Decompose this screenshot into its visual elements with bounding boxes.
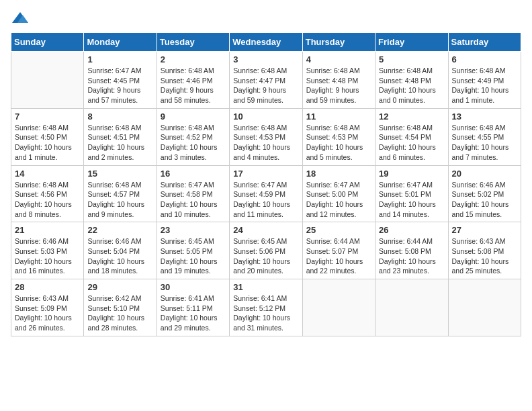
calendar-cell: 26Sunrise: 6:44 AMSunset: 5:08 PMDayligh… bbox=[375, 222, 448, 279]
calendar-cell: 12Sunrise: 6:48 AMSunset: 4:54 PMDayligh… bbox=[375, 108, 448, 165]
day-info: Sunrise: 6:46 AMSunset: 5:04 PMDaylight:… bbox=[87, 236, 152, 276]
day-info: Sunrise: 6:48 AMSunset: 4:53 PMDaylight:… bbox=[306, 123, 371, 163]
calendar-week-row: 1Sunrise: 6:47 AMSunset: 4:45 PMDaylight… bbox=[11, 52, 521, 109]
calendar-cell: 15Sunrise: 6:48 AMSunset: 4:57 PMDayligh… bbox=[84, 165, 157, 222]
calendar-cell bbox=[448, 279, 521, 336]
day-info: Sunrise: 6:45 AMSunset: 5:06 PMDaylight:… bbox=[233, 236, 298, 276]
calendar-cell: 24Sunrise: 6:45 AMSunset: 5:06 PMDayligh… bbox=[230, 222, 302, 279]
day-info: Sunrise: 6:43 AMSunset: 5:08 PMDaylight:… bbox=[452, 236, 517, 276]
calendar-cell: 8Sunrise: 6:48 AMSunset: 4:51 PMDaylight… bbox=[84, 108, 157, 165]
day-number: 11 bbox=[306, 111, 371, 122]
calendar-cell: 13Sunrise: 6:48 AMSunset: 4:55 PMDayligh… bbox=[448, 108, 521, 165]
calendar-cell: 16Sunrise: 6:47 AMSunset: 4:58 PMDayligh… bbox=[157, 165, 229, 222]
day-number: 9 bbox=[161, 111, 226, 122]
calendar-cell: 11Sunrise: 6:48 AMSunset: 4:53 PMDayligh… bbox=[302, 108, 375, 165]
page-header bbox=[11, 11, 521, 26]
day-info: Sunrise: 6:47 AMSunset: 5:00 PMDaylight:… bbox=[306, 180, 371, 220]
day-number: 19 bbox=[379, 169, 444, 179]
weekday-header-friday: Friday bbox=[375, 33, 448, 52]
day-info: Sunrise: 6:47 AMSunset: 4:59 PMDaylight:… bbox=[233, 180, 298, 220]
logo-icon bbox=[11, 11, 30, 26]
day-info: Sunrise: 6:46 AMSunset: 5:02 PMDaylight:… bbox=[452, 180, 517, 220]
calendar-cell: 21Sunrise: 6:46 AMSunset: 5:03 PMDayligh… bbox=[11, 222, 84, 279]
calendar-cell: 9Sunrise: 6:48 AMSunset: 4:52 PMDaylight… bbox=[157, 108, 229, 165]
calendar-cell: 17Sunrise: 6:47 AMSunset: 4:59 PMDayligh… bbox=[230, 165, 302, 222]
calendar-cell: 22Sunrise: 6:46 AMSunset: 5:04 PMDayligh… bbox=[84, 222, 157, 279]
day-number: 22 bbox=[87, 225, 152, 235]
calendar-week-row: 21Sunrise: 6:46 AMSunset: 5:03 PMDayligh… bbox=[11, 222, 521, 279]
calendar-cell: 31Sunrise: 6:41 AMSunset: 5:12 PMDayligh… bbox=[230, 279, 302, 336]
day-info: Sunrise: 6:47 AMSunset: 4:45 PMDaylight:… bbox=[87, 66, 152, 105]
day-info: Sunrise: 6:48 AMSunset: 4:50 PMDaylight:… bbox=[15, 123, 80, 163]
day-number: 13 bbox=[452, 111, 517, 122]
weekday-header-monday: Monday bbox=[84, 33, 157, 52]
day-number: 15 bbox=[87, 169, 152, 179]
calendar-week-row: 7Sunrise: 6:48 AMSunset: 4:50 PMDaylight… bbox=[11, 108, 521, 165]
day-number: 10 bbox=[233, 111, 298, 122]
day-number: 27 bbox=[452, 225, 517, 235]
calendar-cell bbox=[375, 279, 448, 336]
calendar-cell: 5Sunrise: 6:48 AMSunset: 4:48 PMDaylight… bbox=[375, 52, 448, 109]
day-info: Sunrise: 6:45 AMSunset: 5:05 PMDaylight:… bbox=[161, 236, 226, 276]
calendar-cell: 30Sunrise: 6:41 AMSunset: 5:11 PMDayligh… bbox=[157, 279, 229, 336]
calendar-cell: 2Sunrise: 6:48 AMSunset: 4:46 PMDaylight… bbox=[157, 52, 229, 109]
day-number: 31 bbox=[233, 282, 298, 292]
day-number: 4 bbox=[306, 54, 371, 64]
day-number: 3 bbox=[233, 54, 298, 64]
logo bbox=[11, 11, 32, 26]
day-number: 18 bbox=[306, 169, 371, 179]
day-info: Sunrise: 6:41 AMSunset: 5:12 PMDaylight:… bbox=[233, 293, 298, 333]
calendar-cell: 23Sunrise: 6:45 AMSunset: 5:05 PMDayligh… bbox=[157, 222, 229, 279]
day-info: Sunrise: 6:48 AMSunset: 4:51 PMDaylight:… bbox=[87, 123, 152, 163]
day-number: 8 bbox=[87, 111, 152, 122]
calendar-cell: 4Sunrise: 6:48 AMSunset: 4:48 PMDaylight… bbox=[302, 52, 375, 109]
calendar-cell bbox=[302, 279, 375, 336]
day-number: 24 bbox=[233, 225, 298, 235]
calendar-cell: 20Sunrise: 6:46 AMSunset: 5:02 PMDayligh… bbox=[448, 165, 521, 222]
calendar-cell: 14Sunrise: 6:48 AMSunset: 4:56 PMDayligh… bbox=[11, 165, 84, 222]
day-number: 1 bbox=[87, 54, 152, 64]
calendar-table: SundayMondayTuesdayWednesdayThursdayFrid… bbox=[11, 32, 521, 336]
calendar-cell: 28Sunrise: 6:43 AMSunset: 5:09 PMDayligh… bbox=[11, 279, 84, 336]
calendar-cell: 3Sunrise: 6:48 AMSunset: 4:47 PMDaylight… bbox=[230, 52, 302, 109]
weekday-header-tuesday: Tuesday bbox=[157, 33, 229, 52]
day-info: Sunrise: 6:48 AMSunset: 4:48 PMDaylight:… bbox=[379, 66, 444, 105]
calendar-cell: 27Sunrise: 6:43 AMSunset: 5:08 PMDayligh… bbox=[448, 222, 521, 279]
day-info: Sunrise: 6:41 AMSunset: 5:11 PMDaylight:… bbox=[161, 293, 226, 333]
day-info: Sunrise: 6:46 AMSunset: 5:03 PMDaylight:… bbox=[15, 236, 80, 276]
day-number: 12 bbox=[379, 111, 444, 122]
day-number: 26 bbox=[379, 225, 444, 235]
day-info: Sunrise: 6:48 AMSunset: 4:56 PMDaylight:… bbox=[15, 180, 80, 220]
calendar-cell: 6Sunrise: 6:48 AMSunset: 4:49 PMDaylight… bbox=[448, 52, 521, 109]
calendar-cell: 1Sunrise: 6:47 AMSunset: 4:45 PMDaylight… bbox=[84, 52, 157, 109]
calendar-cell: 29Sunrise: 6:42 AMSunset: 5:10 PMDayligh… bbox=[84, 279, 157, 336]
day-info: Sunrise: 6:48 AMSunset: 4:57 PMDaylight:… bbox=[87, 180, 152, 220]
day-info: Sunrise: 6:48 AMSunset: 4:46 PMDaylight:… bbox=[161, 66, 226, 105]
day-info: Sunrise: 6:48 AMSunset: 4:54 PMDaylight:… bbox=[379, 123, 444, 163]
calendar-cell: 7Sunrise: 6:48 AMSunset: 4:50 PMDaylight… bbox=[11, 108, 84, 165]
calendar-week-row: 14Sunrise: 6:48 AMSunset: 4:56 PMDayligh… bbox=[11, 165, 521, 222]
day-number: 5 bbox=[379, 54, 444, 64]
calendar-cell: 19Sunrise: 6:47 AMSunset: 5:01 PMDayligh… bbox=[375, 165, 448, 222]
day-info: Sunrise: 6:48 AMSunset: 4:47 PMDaylight:… bbox=[233, 66, 298, 105]
day-info: Sunrise: 6:48 AMSunset: 4:48 PMDaylight:… bbox=[306, 66, 371, 105]
day-info: Sunrise: 6:42 AMSunset: 5:10 PMDaylight:… bbox=[87, 293, 152, 333]
day-info: Sunrise: 6:48 AMSunset: 4:55 PMDaylight:… bbox=[452, 123, 517, 163]
day-info: Sunrise: 6:48 AMSunset: 4:52 PMDaylight:… bbox=[161, 123, 226, 163]
day-number: 7 bbox=[15, 111, 80, 122]
day-number: 14 bbox=[15, 169, 80, 179]
calendar-cell bbox=[11, 52, 84, 109]
day-info: Sunrise: 6:44 AMSunset: 5:07 PMDaylight:… bbox=[306, 236, 371, 276]
day-number: 30 bbox=[161, 282, 226, 292]
calendar-cell: 10Sunrise: 6:48 AMSunset: 4:53 PMDayligh… bbox=[230, 108, 302, 165]
day-number: 25 bbox=[306, 225, 371, 235]
day-info: Sunrise: 6:44 AMSunset: 5:08 PMDaylight:… bbox=[379, 236, 444, 276]
day-info: Sunrise: 6:48 AMSunset: 4:53 PMDaylight:… bbox=[233, 123, 298, 163]
day-number: 20 bbox=[452, 169, 517, 179]
calendar-week-row: 28Sunrise: 6:43 AMSunset: 5:09 PMDayligh… bbox=[11, 279, 521, 336]
day-number: 29 bbox=[87, 282, 152, 292]
day-number: 21 bbox=[15, 225, 80, 235]
day-number: 16 bbox=[161, 169, 226, 179]
weekday-header-wednesday: Wednesday bbox=[230, 33, 302, 52]
weekday-header-sunday: Sunday bbox=[11, 33, 84, 52]
